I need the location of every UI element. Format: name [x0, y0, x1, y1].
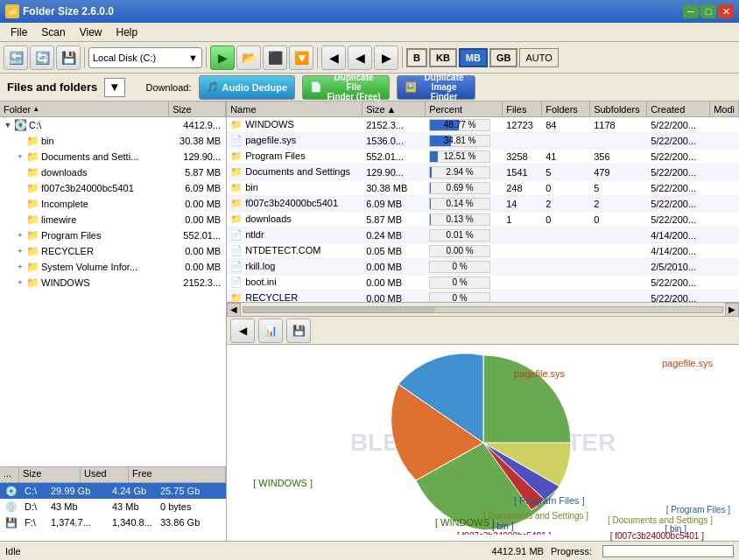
progress-bar	[602, 545, 734, 557]
file-subfolders: 479	[590, 167, 647, 178]
file-name: 📁 Documents and Settings	[227, 166, 362, 178]
prev-button[interactable]: ◀	[321, 46, 346, 70]
nav-back-button[interactable]: ◀	[230, 318, 255, 343]
tree-row[interactable]: + 📁 RECYCLER 0.00 MB	[0, 243, 226, 259]
horizontal-scrollbar[interactable]: ◀ ▶	[227, 303, 739, 317]
tree-item-name: Incomplete	[41, 199, 176, 209]
file-row[interactable]: 📄 boot.ini 0.00 MB 0 % 5/22/200...	[227, 275, 739, 290]
audio-dedupe-button[interactable]: 🎵 Audio Dedupe	[199, 75, 296, 100]
tree-toggle[interactable]: ▼	[2, 121, 14, 130]
scan-play-button[interactable]: ▶	[210, 46, 235, 70]
file-percent: 34.81 %	[426, 135, 503, 147]
duplicate-image-button[interactable]: 🖼️ DuplicateImage Finder	[397, 75, 475, 100]
close-button[interactable]: ✕	[718, 4, 734, 18]
size-col-header[interactable]: Size	[169, 102, 226, 116]
minimize-button[interactable]: ─	[683, 4, 699, 18]
size-gb-button[interactable]: GB	[489, 48, 518, 67]
menu-help[interactable]: Help	[109, 24, 145, 40]
maximize-button[interactable]: □	[700, 4, 716, 18]
tree-row[interactable]: ▼ 💽 C:\ 4412.9...	[0, 117, 226, 133]
scroll-track[interactable]	[243, 306, 723, 313]
file-files: 1	[503, 214, 542, 225]
file-folders: 0	[542, 183, 590, 193]
menu-file[interactable]: File	[4, 24, 34, 40]
modified-col-header[interactable]: Modi	[710, 102, 739, 116]
drive-row[interactable]: 💿 D:\ 43 Mb 43 Mb 0 bytes	[0, 499, 226, 514]
file-row[interactable]: 📁 f007c3b24000bc5401 6.09 MB 0.14 % 14 2…	[227, 196, 739, 212]
tree-toggle[interactable]: +	[14, 262, 26, 271]
file-subfolders: 0	[590, 214, 647, 225]
files-col-header[interactable]: Files	[503, 102, 542, 116]
scroll-thumb[interactable]	[243, 307, 435, 312]
drive-col-dots: ...	[0, 467, 19, 482]
stop-button[interactable]: ⬛	[263, 46, 287, 70]
menu-view[interactable]: View	[73, 24, 109, 40]
tree-toggle[interactable]: +	[14, 231, 26, 240]
file-size: 0.00 MB	[362, 293, 426, 304]
file-row[interactable]: 📁 WINDOWS 2152.3... 48.77 % 12723 84 117…	[227, 117, 739, 133]
file-row[interactable]: 📄 rkill.log 0.00 MB 0 % 2/5/2010...	[227, 259, 739, 275]
file-folders: 84	[542, 120, 590, 130]
tree-row[interactable]: + 📁 Documents and Setti... 129.90...	[0, 149, 226, 164]
separator-1	[84, 47, 85, 68]
folders-dropdown[interactable]: ▼	[104, 78, 124, 97]
folder-col-header[interactable]: Folder ▲	[0, 102, 169, 116]
refresh-button[interactable]: 🔄	[30, 46, 54, 70]
scroll-left-button[interactable]: ◀	[227, 303, 241, 317]
file-list[interactable]: Name Size ▲ Percent Files Folders Subfol…	[227, 102, 739, 303]
file-row[interactable]: 📁 RECYCLER 0.00 MB 0 % 5/22/200...	[227, 290, 739, 303]
subfolders-col-header[interactable]: Subfolders	[590, 102, 647, 116]
open-folder-button[interactable]: 📂	[236, 46, 261, 70]
file-size: 30.38 MB	[362, 183, 426, 193]
scroll-right-button[interactable]: ▶	[725, 303, 739, 317]
folders-col-header[interactable]: Folders	[542, 102, 590, 116]
folder-tree[interactable]: ▼ 💽 C:\ 4412.9... 📁 bin 30.38 MB + 📁 Doc…	[0, 117, 226, 466]
tree-row[interactable]: + 📁 WINDOWS 2152.3...	[0, 275, 226, 290]
size-kb-button[interactable]: KB	[429, 48, 457, 67]
file-row[interactable]: 📁 downloads 5.87 MB 0.13 % 1 0 0 5/22/20…	[227, 212, 739, 228]
file-row[interactable]: 📄 pagefile.sys 1536.0... 34.81 % 5/22/20…	[227, 133, 739, 149]
drive-combo[interactable]: Local Disk (C:) ▼	[88, 47, 202, 68]
filter-button[interactable]: 🔽	[289, 46, 313, 70]
file-row[interactable]: 📁 Program Files 552.01... 12.51 % 3258 4…	[227, 149, 739, 164]
size-auto-button[interactable]: AUTO	[519, 48, 558, 67]
tree-item-name: System Volume Infor...	[41, 262, 176, 272]
file-name: 📁 bin	[227, 182, 362, 193]
nav-chart-button[interactable]: 📊	[258, 318, 283, 343]
tree-row[interactable]: 📁 Incomplete 0.00 MB	[0, 196, 226, 212]
duplicate-file-button[interactable]: 📄 Duplicate FileFinder (Free)	[302, 75, 390, 100]
tree-row[interactable]: 📁 downloads 5.87 MB	[0, 164, 226, 180]
file-row[interactable]: 📄 ntldr 0.24 MB 0.01 % 4/14/200...	[227, 228, 739, 243]
tree-toggle[interactable]: +	[14, 278, 26, 287]
file-row[interactable]: 📁 Documents and Settings 129.90... 2.94 …	[227, 164, 739, 180]
size-mb-button[interactable]: MB	[459, 48, 488, 67]
file-row[interactable]: 📄 NTDETECT.COM 0.05 MB 0.00 % 4/14/200..…	[227, 243, 739, 259]
tree-toggle[interactable]: +	[14, 247, 26, 256]
tree-row[interactable]: 📁 bin 30.38 MB	[0, 133, 226, 149]
tree-row[interactable]: + 📁 System Volume Infor... 0.00 MB	[0, 259, 226, 275]
name-col-header[interactable]: Name	[227, 102, 362, 116]
nav-save-button[interactable]: 💾	[286, 318, 311, 343]
tree-toggle[interactable]: +	[14, 152, 26, 161]
menu-scan[interactable]: Scan	[34, 24, 72, 40]
save-button[interactable]: 💾	[56, 46, 81, 70]
tree-row[interactable]: 📁 limewire 0.00 MB	[0, 212, 226, 228]
window-controls: ─ □ ✕	[683, 4, 734, 18]
folder-icon: 📁	[26, 229, 39, 242]
tree-row[interactable]: + 📁 Program Files 552.01...	[0, 228, 226, 243]
file-row[interactable]: 📁 bin 30.38 MB 0.69 % 248 0 5 5/22/200..…	[227, 180, 739, 196]
size-b-button[interactable]: B	[406, 48, 427, 67]
percent-col-header[interactable]: Percent	[426, 102, 503, 116]
tree-row[interactable]: 📁 f007c3b24000bc5401 6.09 MB	[0, 180, 226, 196]
file-percent: 2.94 %	[426, 166, 503, 178]
drive-row[interactable]: 💾 F:\ 1,374.7... 1,340.8... 33.86 Gb	[0, 514, 226, 530]
tree-item-name: f007c3b24000bc5401	[41, 183, 176, 193]
forward-button[interactable]: ▶	[374, 46, 398, 70]
back-button[interactable]: 🔙	[4, 46, 28, 70]
drive-row[interactable]: 💿 C:\ 29.99 Gb 4.24 Gb 25.75 Gb	[0, 483, 226, 499]
chart-area: BLEEPINGCOMPUTER [ WINDOWS ] pagefile.sy…	[227, 345, 739, 541]
file-name: 📁 f007c3b24000bc5401	[227, 198, 362, 209]
created-col-header[interactable]: Created	[647, 102, 710, 116]
next-button[interactable]: ◀	[348, 46, 372, 70]
size-col-header[interactable]: Size ▲	[362, 102, 426, 116]
